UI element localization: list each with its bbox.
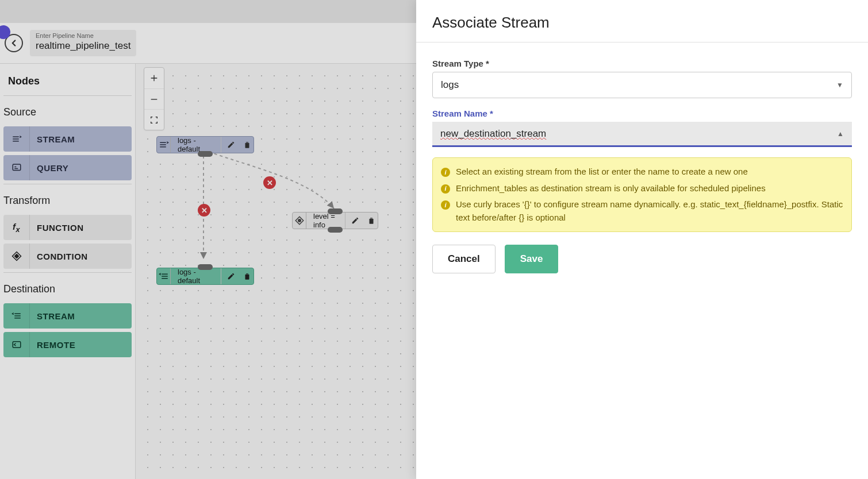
- chevron-down-icon: ▼: [836, 81, 843, 89]
- node-handle-in[interactable]: [198, 264, 213, 270]
- close-icon: ✕: [201, 206, 208, 215]
- stream-icon: [159, 271, 169, 281]
- minus-icon: [149, 95, 159, 104]
- arrow-left-icon: [9, 38, 19, 48]
- info-icon: i: [441, 200, 450, 210]
- edit-button[interactable]: [349, 217, 362, 225]
- sidebar-item-destination-stream[interactable]: STREAM: [3, 303, 132, 329]
- node-label: level = info: [310, 213, 345, 229]
- info-box: iSelect an existing stream from the list…: [432, 157, 852, 232]
- node-source-stream[interactable]: logs - default: [156, 136, 254, 153]
- svg-point-2: [298, 219, 301, 222]
- save-button[interactable]: Save: [505, 245, 559, 273]
- drawer-associate-stream: Associate Stream Stream Type * logs ▼ St…: [416, 0, 868, 479]
- sidebar-item-label: QUERY: [30, 163, 68, 173]
- info-line: iSelect an existing stream from the list…: [441, 164, 843, 180]
- pipeline-name-label: Enter Pipeline Name: [30, 30, 136, 39]
- stream-icon: [11, 311, 22, 321]
- sidebar-item-label: FUNCTION: [30, 223, 84, 233]
- fullscreen-icon: [149, 115, 159, 125]
- edge-delete-button[interactable]: ✕: [198, 204, 210, 217]
- node-condition[interactable]: level = info: [292, 212, 378, 229]
- condition-icon: [11, 251, 22, 261]
- node-destination-stream[interactable]: logs - default: [156, 268, 254, 285]
- info-icon: i: [441, 184, 450, 194]
- node-handle-out[interactable]: [328, 227, 343, 233]
- node-handle-in[interactable]: [328, 208, 343, 214]
- delete-button[interactable]: [241, 272, 254, 280]
- sidebar-item-label: REMOTE: [30, 340, 75, 350]
- pencil-icon: [351, 217, 359, 225]
- pencil-icon: [227, 141, 235, 149]
- sidebar-item-transform-condition[interactable]: CONDITION: [3, 244, 132, 269]
- trash-icon: [243, 272, 251, 280]
- sidebar-item-source-stream[interactable]: STREAM: [3, 126, 132, 152]
- stream-type-value: logs: [441, 79, 459, 91]
- trash-icon: [367, 217, 375, 225]
- pencil-icon: [227, 272, 235, 280]
- pipeline-name-value: realtime_pipeline_test: [30, 39, 136, 56]
- sidebar-section-destination: Destination: [3, 272, 132, 300]
- plus-icon: [149, 74, 159, 83]
- node-handle-out[interactable]: [198, 151, 213, 157]
- sidebar-item-transform-function[interactable]: fx FUNCTION: [3, 215, 132, 240]
- zoom-control: [144, 67, 164, 130]
- info-line: iUse curly braces '{}' to configure stre…: [441, 196, 843, 226]
- stream-name-label: Stream Name *: [432, 109, 852, 118]
- sidebar-item-label: STREAM: [30, 311, 75, 321]
- info-icon: i: [441, 168, 450, 177]
- delete-button[interactable]: [365, 217, 378, 225]
- delete-button[interactable]: [241, 141, 254, 149]
- zoom-fit-button[interactable]: [144, 109, 164, 130]
- stream-type-select[interactable]: logs ▼: [432, 72, 852, 98]
- sidebar-item-destination-remote[interactable]: REMOTE: [3, 332, 132, 357]
- pipeline-name-input[interactable]: Enter Pipeline Name realtime_pipeline_te…: [30, 30, 136, 56]
- zoom-out-button[interactable]: [144, 88, 164, 109]
- edge-delete-button[interactable]: ✕: [263, 176, 276, 189]
- node-label: logs - default: [174, 137, 221, 153]
- sidebar-item-label: STREAM: [30, 134, 75, 144]
- sidebar-item-source-query[interactable]: QUERY: [3, 155, 132, 180]
- node-label: logs - default: [174, 268, 221, 284]
- stream-name-input[interactable]: new_destination_stream ▲: [432, 122, 852, 147]
- sidebar-section-transform: Transform: [3, 184, 132, 211]
- close-icon: ✕: [267, 179, 273, 187]
- sidebar-item-label: CONDITION: [30, 252, 88, 261]
- drawer-title: Associate Stream: [416, 0, 868, 43]
- sidebar-heading: Nodes: [3, 69, 132, 94]
- condition-icon: [294, 215, 305, 226]
- function-icon: fx: [13, 222, 20, 234]
- stream-icon: [159, 140, 169, 150]
- cancel-button[interactable]: Cancel: [432, 245, 496, 273]
- chevron-up-icon: ▲: [837, 130, 844, 138]
- stream-name-value: new_destination_stream: [440, 128, 546, 140]
- remote-icon: [11, 339, 22, 350]
- edit-button[interactable]: [225, 272, 237, 280]
- query-icon: [11, 163, 22, 173]
- zoom-in-button[interactable]: [144, 68, 164, 88]
- stream-icon: [11, 134, 22, 144]
- edit-button[interactable]: [225, 141, 237, 149]
- info-line: iEnrichment_tables as destination stream…: [441, 180, 843, 197]
- sidebar-section-source: Source: [3, 95, 132, 123]
- sidebar: Nodes Source STREAM QUERY Transform fx F…: [0, 64, 136, 479]
- stream-type-label: Stream Type *: [432, 59, 852, 68]
- svg-rect-0: [13, 164, 21, 171]
- trash-icon: [243, 141, 251, 149]
